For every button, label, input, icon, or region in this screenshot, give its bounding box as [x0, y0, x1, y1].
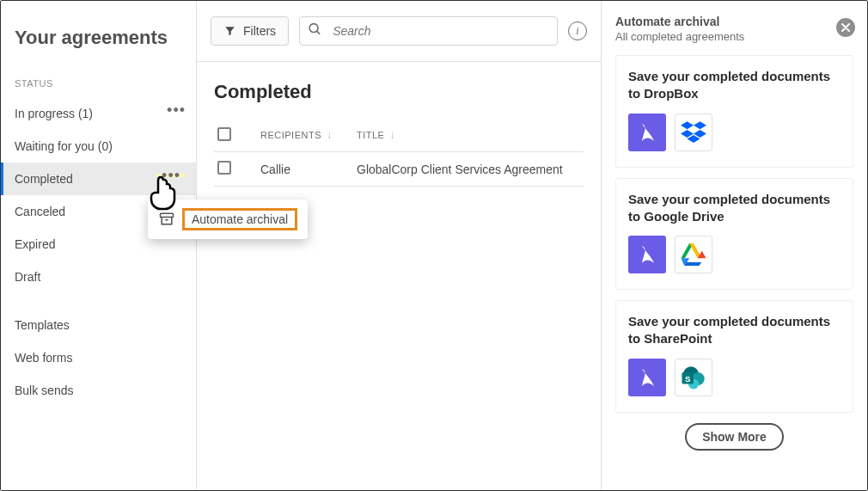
nav-item-label: Templates	[15, 318, 70, 332]
nav-item-label: Canceled	[15, 205, 65, 218]
nav-item-label: Bulk sends	[15, 384, 73, 397]
page-title: Your agreements	[1, 18, 196, 75]
card-dropbox[interactable]: Save your completed documents to DropBox	[615, 55, 853, 168]
nav-item-label: Completed	[15, 172, 73, 186]
row-title: GlobalCorp Client Services Agreement	[357, 163, 580, 176]
nav-item-bulksends[interactable]: Bulk sends	[1, 374, 196, 407]
nav-item-in-progress[interactable]: In progress (1) •••	[1, 97, 196, 130]
svg-text:S: S	[685, 373, 691, 383]
dropbox-icon	[675, 114, 712, 151]
checkbox-icon	[217, 127, 231, 141]
nav-item-waiting[interactable]: Waiting for you (0)	[1, 130, 196, 163]
more-icon[interactable]: •••	[156, 174, 186, 177]
table-row[interactable]: Callie GlobalCorp Client Services Agreem…	[214, 152, 584, 187]
card-title: Save your completed documents to Google …	[628, 191, 840, 226]
svg-point-0	[309, 24, 318, 33]
col-label: TITLE	[357, 130, 384, 140]
col-label: RECIPIENTS	[260, 130, 321, 140]
close-icon	[841, 23, 850, 32]
content-title: Completed	[214, 81, 584, 103]
checkbox-icon	[217, 161, 231, 175]
acrobat-icon	[628, 359, 666, 396]
nav-item-draft[interactable]: Draft	[1, 261, 196, 293]
filters-label: Filters	[243, 24, 276, 38]
nav-item-webforms[interactable]: Web forms	[1, 341, 196, 374]
show-more-button[interactable]: Show More	[685, 423, 784, 451]
svg-line-1	[317, 31, 321, 34]
nav-item-label: In progress (1)	[15, 107, 93, 120]
sidebar: Your agreements STATUS In progress (1) •…	[1, 1, 197, 490]
nav-item-completed[interactable]: Completed •••	[1, 163, 196, 195]
card-gdrive[interactable]: Save your completed documents to Google …	[615, 178, 853, 291]
toolbar: Filters i	[197, 1, 601, 62]
nav-item-label: Draft	[15, 270, 40, 284]
sharepoint-icon: S	[675, 359, 712, 396]
card-title: Save your completed documents to DropBox	[628, 68, 840, 103]
nav-item-label: Waiting for you (0)	[15, 139, 113, 153]
automate-archival-tooltip[interactable]: Automate archival	[148, 199, 308, 239]
search-wrap	[299, 16, 558, 46]
panel-title: Automate archival	[615, 15, 831, 28]
close-button[interactable]	[836, 18, 855, 37]
col-recipients-header[interactable]: RECIPIENTS ↓	[260, 129, 357, 141]
col-title-header[interactable]: TITLE ↓	[357, 129, 580, 141]
filter-icon	[223, 25, 236, 37]
info-button[interactable]: i	[568, 21, 587, 40]
panel-subtitle: All completed agreements	[615, 30, 831, 43]
acrobat-icon	[628, 236, 666, 273]
section-label-status: STATUS	[1, 75, 196, 97]
search-icon	[308, 22, 322, 40]
table-header: RECIPIENTS ↓ TITLE ↓	[214, 119, 584, 152]
svg-rect-7	[161, 213, 174, 217]
archival-panel: Automate archival All completed agreemen…	[601, 1, 867, 490]
nav-item-label: Web forms	[15, 351, 72, 365]
row-checkbox[interactable]	[217, 161, 260, 177]
archive-icon	[158, 211, 175, 228]
sort-arrow-icon: ↓	[389, 129, 395, 141]
col-select-all[interactable]	[217, 127, 260, 143]
nav-item-label: Expired	[15, 237, 55, 251]
content: Completed RECIPIENTS ↓ TITLE ↓ Callie Gl…	[197, 62, 601, 200]
card-sharepoint[interactable]: Save your completed documents to SharePo…	[615, 300, 853, 413]
nav-item-templates[interactable]: Templates	[1, 309, 196, 341]
google-drive-icon	[675, 236, 712, 273]
acrobat-icon	[628, 114, 666, 151]
row-recipient: Callie	[260, 163, 357, 176]
main: Filters i Completed RECIPIENTS ↓ TITLE	[197, 1, 601, 490]
filters-button[interactable]: Filters	[211, 16, 289, 46]
sort-arrow-icon: ↓	[327, 129, 333, 141]
search-input[interactable]	[299, 16, 558, 46]
card-title: Save your completed documents to SharePo…	[628, 313, 840, 348]
tooltip-label: Automate archival	[182, 208, 297, 230]
